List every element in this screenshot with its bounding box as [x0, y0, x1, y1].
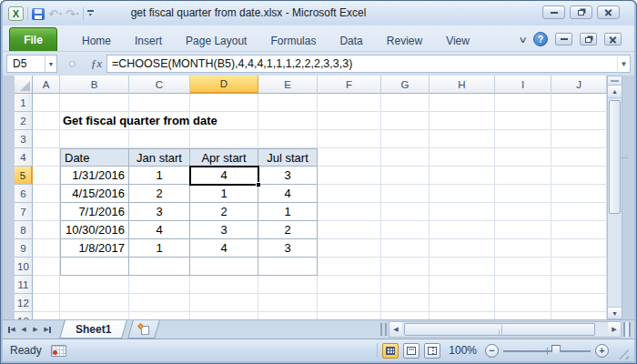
minimize-button[interactable] [542, 5, 565, 19]
table-header-apr-start[interactable]: Apr start [190, 148, 258, 167]
expand-formula-bar-icon[interactable]: ▼ [617, 55, 631, 73]
view-page-break-button[interactable] [424, 343, 440, 359]
redo-button[interactable]: ↷▾ [66, 8, 79, 20]
scroll-up-icon[interactable]: ▲ [608, 86, 622, 98]
customize-quick-access-button[interactable]: ▾ [87, 10, 94, 17]
table-header-jul-start[interactable]: Jul start [258, 148, 318, 167]
formula-bar-splitter[interactable] [57, 61, 86, 67]
first-sheet-button[interactable]: ◀ [6, 323, 17, 336]
vertical-scrollbar[interactable]: ▲ ▼ [607, 76, 622, 319]
selected-cell-D5[interactable] [189, 166, 259, 186]
row-header-1[interactable]: 1 [15, 94, 33, 112]
name-box[interactable]: D5 ▼ [6, 55, 57, 73]
cell-E8[interactable]: 2 [258, 221, 318, 239]
ribbon-tab-formulas[interactable]: Formulas [258, 30, 328, 51]
workbook-minimize-button[interactable] [555, 33, 572, 46]
zoom-level[interactable]: 100% [449, 344, 477, 357]
row-header-12[interactable]: 12 [15, 294, 33, 312]
ribbon-tab-page-layout[interactable]: Page Layout [174, 30, 258, 51]
vertical-scrollbar-thumb[interactable] [609, 100, 621, 214]
cell-C10[interactable] [129, 258, 190, 276]
cell-C5[interactable]: 1 [129, 167, 190, 185]
row-header-4[interactable]: 4 [15, 148, 33, 167]
column-header-i[interactable]: I [495, 76, 551, 94]
vertical-split-box[interactable] [608, 76, 622, 86]
ribbon-tab-data[interactable]: Data [328, 30, 374, 51]
scroll-right-icon[interactable]: ▶ [608, 322, 621, 337]
cell-B9[interactable]: 1/8/2017 [60, 239, 129, 258]
column-header-j[interactable]: J [551, 76, 607, 94]
sheet-tab-sheet1[interactable]: Sheet1 [59, 320, 127, 339]
table-header-jan-start[interactable]: Jan start [129, 148, 190, 167]
scroll-left-icon[interactable]: ◀ [389, 322, 402, 337]
horizontal-scrollbar[interactable]: ◀ ▶ [389, 321, 622, 338]
restore-button[interactable] [570, 5, 592, 19]
cell-D8[interactable]: 3 [190, 221, 258, 239]
macro-record-icon[interactable] [51, 345, 66, 357]
cell-E9[interactable]: 3 [258, 239, 318, 258]
redo-dropdown-icon[interactable]: ▾ [76, 8, 79, 20]
row-header-8[interactable]: 8 [15, 221, 33, 239]
cell-B8[interactable]: 10/30/2016 [60, 221, 129, 239]
ribbon-tab-file[interactable]: File [9, 27, 57, 51]
excel-app-icon[interactable]: X [8, 6, 24, 21]
cell-E10[interactable] [258, 258, 318, 276]
resize-grip[interactable] [617, 348, 629, 359]
cell-B5[interactable]: 1/31/2016 [60, 167, 129, 185]
cells-area[interactable]: Get fiscal quarter from dateDateJan star… [33, 94, 607, 319]
column-header-g[interactable]: G [381, 76, 430, 94]
table-header-date[interactable]: Date [60, 148, 129, 167]
fill-handle[interactable] [256, 182, 260, 187]
zoom-slider-handle[interactable] [551, 345, 561, 357]
cell-E7[interactable]: 1 [258, 203, 318, 221]
save-button[interactable] [32, 8, 45, 20]
name-box-dropdown-icon[interactable]: ▼ [45, 56, 56, 72]
row-header-9[interactable]: 9 [15, 239, 33, 258]
horizontal-scrollbar-thumb[interactable] [404, 323, 595, 336]
zoom-out-button[interactable]: − [485, 344, 499, 358]
cell-D7[interactable]: 2 [190, 203, 258, 221]
column-header-b[interactable]: B [60, 76, 129, 94]
workbook-restore-button[interactable] [580, 33, 597, 46]
zoom-slider[interactable] [503, 343, 591, 359]
scrollbar-resize-handle[interactable] [623, 322, 631, 337]
cell-C7[interactable]: 3 [129, 203, 190, 221]
cell-C9[interactable]: 1 [129, 239, 190, 258]
cell-D10[interactable] [190, 258, 258, 276]
undo-dropdown-icon[interactable]: ▾ [59, 8, 62, 20]
cell-C6[interactable]: 2 [129, 185, 190, 203]
row-header-2[interactable]: 2 [15, 112, 33, 130]
ribbon-tab-view[interactable]: View [434, 30, 481, 51]
view-page-layout-button[interactable] [403, 343, 420, 359]
insert-function-button[interactable]: ƒx [86, 56, 106, 71]
previous-sheet-button[interactable]: ◀ [18, 323, 29, 336]
cell-E6[interactable]: 4 [258, 185, 318, 203]
cell-D6[interactable]: 1 [190, 185, 258, 203]
workbook-close-button[interactable] [604, 33, 622, 46]
cell-B7[interactable]: 7/1/2016 [60, 203, 129, 221]
row-header-6[interactable]: 6 [15, 185, 33, 203]
horizontal-scroll-track[interactable] [402, 322, 608, 337]
ribbon-tab-review[interactable]: Review [375, 30, 434, 51]
scroll-down-icon[interactable]: ▼ [608, 307, 622, 318]
column-header-a[interactable]: A [33, 76, 60, 94]
undo-button[interactable]: ↶▾ [48, 8, 62, 20]
column-header-e[interactable]: E [258, 76, 318, 94]
zoom-in-button[interactable]: + [595, 344, 609, 358]
column-header-f[interactable]: F [318, 76, 381, 94]
cell-C8[interactable]: 4 [129, 221, 190, 239]
next-sheet-button[interactable]: ▶ [30, 323, 41, 336]
cell-E5[interactable]: 3 [258, 167, 318, 185]
cell-D9[interactable]: 4 [190, 239, 258, 258]
ribbon-tab-home[interactable]: Home [70, 30, 123, 51]
row-header-10[interactable]: 10 [15, 258, 33, 276]
select-all-corner[interactable] [15, 76, 33, 94]
last-sheet-button[interactable]: ▶ [42, 323, 53, 336]
column-header-h[interactable]: H [430, 76, 495, 94]
row-header-3[interactable]: 3 [15, 130, 33, 148]
ribbon-tab-insert[interactable]: Insert [123, 30, 174, 51]
expand-ribbon-icon[interactable]: ∨ [518, 35, 527, 45]
tab-split-handle[interactable] [380, 323, 387, 336]
help-icon[interactable]: ? [533, 32, 548, 46]
column-header-c[interactable]: C [129, 76, 190, 94]
